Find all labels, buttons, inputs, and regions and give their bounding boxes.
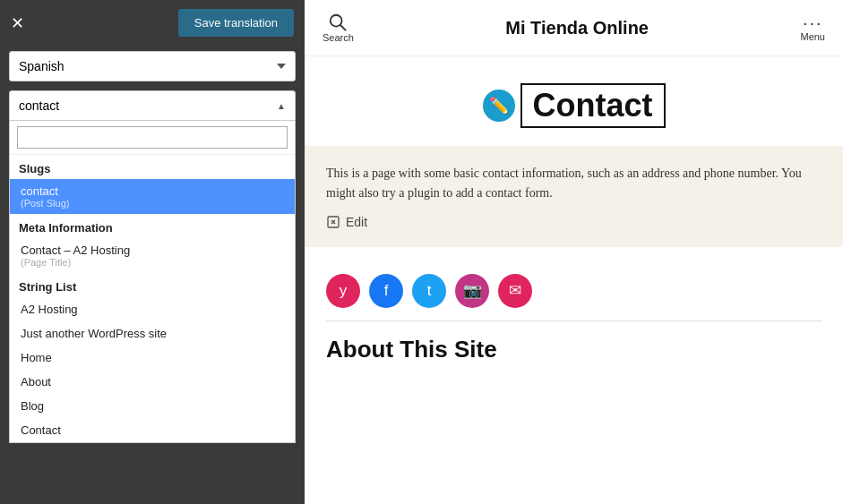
top-bar: ✕ Save translation — [0, 0, 305, 46]
item-text: A2 Hosting — [21, 303, 78, 316]
dropdown-item-page-title[interactable]: Contact – A2 Hosting (Page Title) — [10, 238, 295, 273]
section-label-string-list: String List — [10, 273, 295, 297]
language-select[interactable]: Spanish French German — [9, 51, 296, 81]
dropdown-item-about[interactable]: About — [10, 370, 295, 394]
about-section: About This Site — [305, 321, 843, 378]
left-panel: ✕ Save translation Spanish French German… — [0, 0, 305, 504]
page-hero-title: Contact — [520, 83, 666, 128]
close-button[interactable]: ✕ — [11, 15, 24, 31]
section-label-meta: Meta Information — [10, 214, 295, 238]
dropdown-item-blog[interactable]: Blog — [10, 394, 295, 418]
language-selector-wrap: Spanish French German — [0, 46, 305, 87]
search-icon — [328, 13, 348, 32]
item-text: Just another WordPress site — [21, 327, 167, 340]
beige-text: This is a page with some basic contact i… — [326, 164, 821, 204]
menu-label: Menu — [800, 31, 825, 42]
page-hero: ✏️ Contact — [305, 56, 843, 146]
dropdown-search-wrap — [10, 121, 295, 155]
pencil-icon: ✏️ — [483, 90, 515, 122]
dropdown-item-contact-list[interactable]: Contact — [10, 418, 295, 442]
right-panel: Search Mi Tienda Online ··· Menu ✏️ Cont… — [305, 0, 843, 504]
save-translation-button[interactable]: Save translation — [178, 9, 294, 37]
instagram-icon[interactable]: 📷 — [455, 274, 489, 308]
site-title: Mi Tienda Online — [354, 18, 801, 38]
edit-label: Edit — [346, 215, 367, 229]
menu-dots-icon: ··· — [803, 13, 823, 31]
search-button[interactable]: Search — [323, 13, 354, 43]
dropdown-item-contact-slug[interactable]: contact (Post Slug) — [10, 179, 295, 214]
dropdown-header[interactable]: contact ▲ — [9, 90, 296, 121]
edit-link[interactable]: Edit — [326, 215, 821, 229]
twitter-icon[interactable]: t — [412, 274, 446, 308]
dropdown-list: Slugs contact (Post Slug) Meta Informati… — [10, 155, 295, 442]
dropdown-value: contact — [19, 98, 59, 113]
item-text: Contact – A2 Hosting — [21, 243, 130, 257]
svg-line-1 — [340, 25, 346, 30]
section-label-slugs: Slugs — [10, 155, 295, 179]
edit-icon — [326, 215, 340, 229]
search-label: Search — [323, 32, 354, 43]
beige-section: This is a page with some basic contact i… — [305, 146, 843, 247]
social-row: y f t 📷 ✉ — [305, 261, 843, 320]
dropdown-item-a2hosting[interactable]: A2 Hosting — [10, 297, 295, 321]
dropdown-item-just-another[interactable]: Just another WordPress site — [10, 321, 295, 346]
item-sublabel: (Page Title) — [21, 257, 284, 268]
svg-point-0 — [331, 15, 342, 27]
dropdown-item-home[interactable]: Home — [10, 346, 295, 370]
item-text: Contact — [21, 423, 61, 437]
item-sublabel: (Post Slug) — [21, 198, 284, 209]
email-icon[interactable]: ✉ — [498, 274, 532, 308]
item-text: contact — [21, 184, 58, 198]
site-header: Search Mi Tienda Online ··· Menu — [305, 0, 843, 56]
item-text: Blog — [21, 399, 44, 413]
facebook-icon[interactable]: f — [369, 274, 403, 308]
item-text: Home — [21, 351, 52, 364]
menu-button[interactable]: ··· Menu — [800, 13, 825, 42]
dropdown-wrap: contact ▲ Slugs contact (Post Slug) Meta… — [0, 87, 305, 443]
dropdown-search-input[interactable] — [17, 126, 288, 149]
dropdown-arrow-icon: ▲ — [277, 101, 286, 111]
item-text: About — [21, 375, 51, 389]
about-title: About This Site — [326, 336, 821, 363]
dropdown-content: Slugs contact (Post Slug) Meta Informati… — [9, 121, 296, 443]
yelp-icon[interactable]: y — [326, 274, 360, 308]
